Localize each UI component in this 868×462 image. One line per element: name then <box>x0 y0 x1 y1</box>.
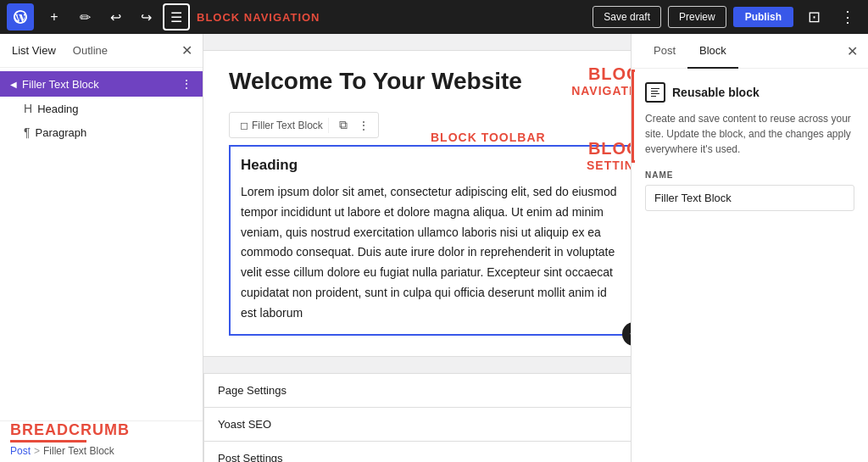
block-toolbar: ◻ Filler Text Block ⧉ ⋮ <box>229 112 379 138</box>
options-button[interactable]: ⋮ <box>834 3 861 31</box>
sidebar-item-label: Filler Text Block <box>22 78 175 91</box>
block-settings-label-bottom: SETTINGS <box>587 159 631 172</box>
sidebar-item-filler-text-block[interactable]: ◀ Filler Text Block ⋮ <box>0 71 203 97</box>
block-toolbar-text: BLOCK TOOLBAR <box>431 131 546 144</box>
panel-post-settings-header[interactable]: Post Settings ▼ <box>204 442 631 462</box>
view-button[interactable]: ⊡ <box>800 3 827 31</box>
block-type-icon: ◻ <box>240 120 248 131</box>
block-toolbar-label-overlay: BLOCK TOOLBAR <box>431 131 546 144</box>
wp-logo[interactable] <box>7 3 34 31</box>
panel-yoast-seo-header[interactable]: Yoast SEO ▼ <box>204 408 631 441</box>
name-field-input[interactable] <box>645 185 854 211</box>
sidebar-close-button[interactable]: ✕ <box>181 44 192 58</box>
topbar: + ✏ ↩ ↪ ☰ BLOCK NAVIGATION Save draft Pr… <box>0 0 868 34</box>
paragraph-icon: ¶ <box>24 125 31 139</box>
sidebar: List View Outline ✕ ◀ Filler Text Block … <box>0 34 203 462</box>
block-paragraph: Lorem ipsum dolor sit amet, consectetur … <box>241 182 624 324</box>
chevron-icon: ◀ <box>10 80 17 89</box>
reusable-block-desc: Create and save content to reuse across … <box>645 111 854 157</box>
content-area: BLOCK NAVIGATION Welcome To Your Website… <box>203 34 631 462</box>
block-name-label: Filler Text Block <box>252 120 323 131</box>
panel-yoast-seo-label: Yoast SEO <box>218 418 271 431</box>
reusable-block-title: Reusable block <box>672 86 760 99</box>
duplicate-block-button[interactable]: ⧉ <box>336 116 351 134</box>
block-toolbar-label: ◻ Filler Text Block <box>235 118 329 133</box>
panel-post-settings-label: Post Settings <box>218 452 283 462</box>
breadcrumb-post-link[interactable]: Post <box>10 445 31 457</box>
block-options-button[interactable]: ⋮ <box>354 117 373 134</box>
panels-area: Page Settings ▼ Yoast SEO ▼ Post Setting… <box>203 373 631 462</box>
reusable-block-icon <box>645 82 665 103</box>
preview-button[interactable]: Preview <box>668 6 726 28</box>
add-block-after-button[interactable]: + <box>622 322 631 346</box>
breadcrumb: Post > Filler Text Block <box>10 445 192 457</box>
right-panel-body: Reusable block Create and save content t… <box>632 69 868 225</box>
heading-label: Heading <box>37 103 78 115</box>
panel-post-settings: Post Settings ▼ <box>203 442 631 462</box>
sidebar-subitem-heading[interactable]: H Heading <box>0 97 203 120</box>
selected-block[interactable]: Heading Lorem ipsum dolor sit amet, cons… <box>229 145 631 336</box>
breadcrumb-separator: > <box>34 445 40 457</box>
right-panel: Post Block ✕ Reusable block Create and s… <box>631 34 868 462</box>
breadcrumb-current: Filler Text Block <box>43 445 114 457</box>
breadcrumb-underline <box>10 440 86 443</box>
more-options-icon[interactable]: ⋮ <box>181 77 192 91</box>
block-nav-label-bottom: NAVIGATION <box>571 84 631 97</box>
main-layout: List View Outline ✕ ◀ Filler Text Block … <box>0 34 868 462</box>
reusable-icon-svg <box>649 86 661 98</box>
sidebar-subitem-paragraph[interactable]: ¶ Paragraph <box>0 120 203 144</box>
block-nav-overlay-label: BLOCK NAVIGATION <box>571 64 631 97</box>
right-panel-close-button[interactable]: ✕ <box>847 43 858 59</box>
block-settings-overlay-label: BLOCK SETTINGS <box>587 139 631 172</box>
sidebar-header: List View Outline ✕ <box>0 34 203 68</box>
redo-button[interactable]: ↪ <box>132 3 159 31</box>
block-settings-label-top: BLOCK <box>587 139 631 159</box>
heading-icon: H <box>24 102 32 115</box>
block-nav-label-top: BLOCK <box>571 64 631 84</box>
panel-page-settings-label: Page Settings <box>218 384 287 397</box>
block-heading: Heading <box>241 157 624 174</box>
panel-page-settings-header[interactable]: Page Settings ▼ <box>204 374 631 407</box>
block-navigation-button[interactable]: ☰ <box>163 3 190 31</box>
page-title: Welcome To Your Website <box>229 68 631 95</box>
add-block-button[interactable]: + <box>41 3 68 31</box>
right-panel-bracket <box>632 70 635 163</box>
paragraph-label: Paragraph <box>36 126 87 139</box>
topbar-right: Save draft Preview Publish ⊡ ⋮ <box>593 3 861 31</box>
name-field-label: NAME <box>645 170 854 180</box>
tab-outline[interactable]: Outline <box>71 41 109 60</box>
editor-canvas: BLOCK NAVIGATION Welcome To Your Website… <box>203 51 631 356</box>
wp-icon <box>12 8 29 25</box>
publish-button[interactable]: Publish <box>733 7 793 27</box>
block-nav-title: BLOCK NAVIGATION <box>197 11 320 24</box>
tab-post[interactable]: Post <box>642 34 687 69</box>
panel-yoast-seo: Yoast SEO ▼ <box>203 408 631 442</box>
tab-list-view[interactable]: List View <box>10 41 58 60</box>
right-panel-header: Post Block ✕ <box>632 34 868 69</box>
tab-block[interactable]: Block <box>687 34 738 69</box>
breadcrumb-section: BREADCRUMB Post > Filler Text Block <box>0 420 203 462</box>
panel-page-settings: Page Settings ▼ <box>203 373 631 408</box>
sidebar-items: ◀ Filler Text Block ⋮ H Heading ¶ Paragr… <box>0 68 203 148</box>
breadcrumb-label: BREADCRUMB <box>10 421 130 439</box>
save-draft-button[interactable]: Save draft <box>593 6 661 28</box>
reusable-block-header: Reusable block <box>645 82 854 103</box>
tools-button[interactable]: ✏ <box>71 3 98 31</box>
undo-button[interactable]: ↩ <box>102 3 129 31</box>
